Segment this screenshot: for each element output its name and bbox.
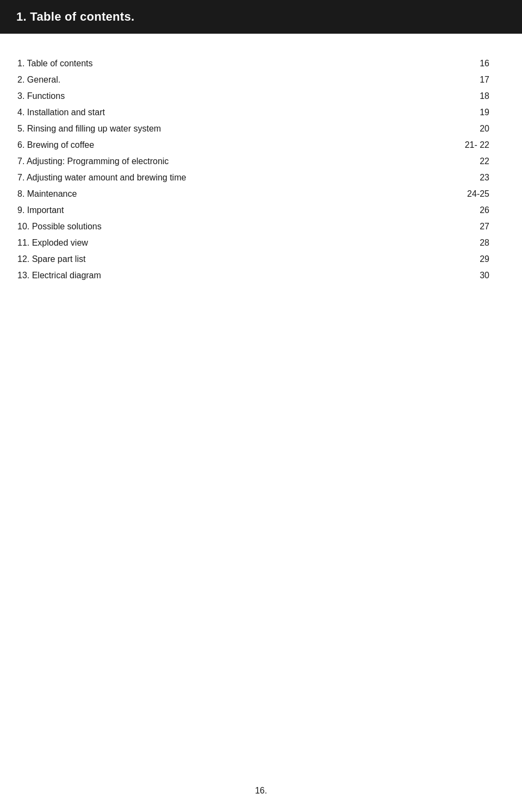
toc-item-label: 7. Adjusting water amount and brewing ti… [16,170,408,186]
toc-item-label: 8. Maintenance [16,186,408,202]
toc-item-label: 12. Spare part list [16,251,408,267]
toc-item-page: 21- 22 [408,137,506,153]
toc-row: 9. Important26 [16,202,506,218]
toc-row: 12. Spare part list29 [16,251,506,267]
toc-row: 6. Brewing of coffee21- 22 [16,137,506,153]
toc-item-page: 22 [408,153,506,170]
toc-item-label: 3. Functions [16,88,408,104]
toc-row: 8. Maintenance24-25 [16,186,506,202]
toc-item-page: 27 [408,218,506,235]
toc-item-label: 10. Possible solutions [16,218,408,235]
main-content: 1. Table of contents162. General.173. Fu… [0,34,522,327]
toc-item-page: 24-25 [408,186,506,202]
footer-page-number: 16. [255,786,267,795]
toc-table: 1. Table of contents162. General.173. Fu… [16,55,506,284]
toc-row: 7. Adjusting water amount and brewing ti… [16,170,506,186]
toc-item-page: 23 [408,170,506,186]
toc-item-label: 11. Exploded view [16,235,408,251]
toc-item-page: 28 [408,235,506,251]
toc-item-label: 5. Rinsing and filling up water system [16,121,408,137]
toc-row: 3. Functions18 [16,88,506,104]
toc-item-label: 4. Installation and start [16,104,408,121]
toc-item-label: 6. Brewing of coffee [16,137,408,153]
toc-item-label: 1. Table of contents [16,55,408,72]
header-title: 1. Table of contents. [16,10,134,23]
toc-item-page: 16 [408,55,506,72]
toc-item-label: 9. Important [16,202,408,218]
toc-row: 7. Adjusting: Programming of electronic2… [16,153,506,170]
toc-item-label: 2. General. [16,72,408,88]
toc-item-page: 20 [408,121,506,137]
toc-item-label: 7. Adjusting: Programming of electronic [16,153,408,170]
toc-row: 5. Rinsing and filling up water system20 [16,121,506,137]
page-header: 1. Table of contents. [0,0,522,34]
toc-item-page: 19 [408,104,506,121]
toc-row: 11. Exploded view28 [16,235,506,251]
toc-item-page: 17 [408,72,506,88]
toc-row: 13. Electrical diagram30 [16,267,506,284]
toc-row: 1. Table of contents16 [16,55,506,72]
page-footer: 16. [0,786,522,796]
toc-item-page: 30 [408,267,506,284]
toc-item-page: 26 [408,202,506,218]
toc-row: 2. General.17 [16,72,506,88]
toc-item-page: 18 [408,88,506,104]
toc-item-page: 29 [408,251,506,267]
toc-item-label: 13. Electrical diagram [16,267,408,284]
toc-row: 4. Installation and start19 [16,104,506,121]
toc-row: 10. Possible solutions27 [16,218,506,235]
